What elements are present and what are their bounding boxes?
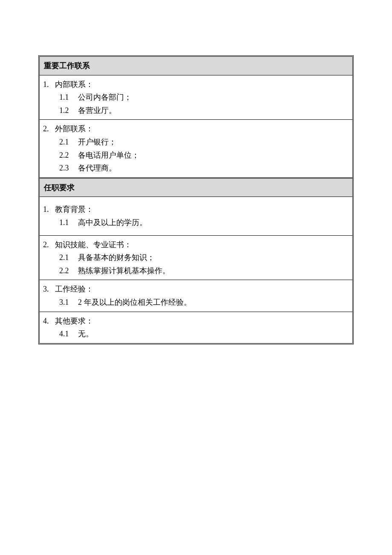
list-item: 4.其他要求： (43, 315, 349, 328)
list-subitem: 4.1无。 (43, 327, 349, 341)
section-title: 重要工作联系 (44, 61, 90, 70)
list-subitem: 2.2各电话用户单位； (43, 149, 349, 162)
list-item: 2.知识技能、专业证书： (43, 238, 349, 251)
subitem-text: 开户银行； (78, 138, 116, 146)
list-item: 2.外部联系： (43, 122, 349, 136)
contacts-item-2: 2.外部联系： 2.1开户银行； 2.2各电话用户单位； 2.3各代理商。 (40, 120, 352, 177)
subitem-number: 2.1 (59, 251, 78, 264)
list-subitem: 2.1具备基本的财务知识； (43, 251, 349, 264)
item-label: 教育背景： (55, 205, 93, 214)
list-subitem: 2.3各代理商。 (43, 162, 349, 175)
subitem-number: 1.1 (59, 91, 78, 104)
document-frame: 重要工作联系 1.内部联系： 1.1公司内各部门； 1.2各营业厅。 2.外部联… (38, 55, 354, 344)
subitem-text: 2 年及以上的岗位相关工作经验。 (78, 298, 191, 306)
subitem-text: 各电话用户单位； (78, 151, 139, 159)
list-subitem: 1.2各营业厅。 (43, 104, 349, 117)
list-subitem: 2.2熟练掌握计算机基本操作。 (43, 264, 349, 278)
item-number: 2. (43, 238, 55, 251)
requirements-item-1: 1.教育背景： 1.1高中及以上的学历。 (40, 197, 352, 235)
item-label: 内部联系： (55, 80, 93, 89)
item-number: 1. (43, 78, 55, 91)
subitem-number: 2.2 (59, 149, 78, 162)
item-number: 1. (43, 203, 55, 216)
subitem-text: 各代理商。 (78, 164, 116, 172)
subitem-text: 公司内各部门； (78, 93, 132, 101)
item-label: 知识技能、专业证书： (55, 240, 132, 249)
subitem-number: 2.3 (59, 162, 78, 175)
subitem-number: 4.1 (59, 327, 78, 341)
list-subitem: 1.1公司内各部门； (43, 91, 349, 104)
subitem-number: 3.1 (59, 296, 78, 309)
list-subitem: 3.12 年及以上的岗位相关工作经验。 (43, 296, 349, 309)
subitem-text: 各营业厅。 (78, 106, 116, 115)
item-label: 外部联系： (55, 124, 93, 133)
item-label: 工作经验： (55, 285, 93, 293)
requirements-item-4: 4.其他要求： 4.1无。 (40, 312, 352, 343)
list-subitem: 2.1开户银行； (43, 136, 349, 149)
section-header-contacts: 重要工作联系 (40, 57, 352, 75)
subitem-number: 1.1 (59, 216, 78, 229)
item-number: 4. (43, 315, 55, 328)
section-title: 任职要求 (44, 183, 75, 192)
list-item: 3.工作经验： (43, 283, 349, 296)
subitem-number: 2.1 (59, 136, 78, 149)
item-number: 2. (43, 122, 55, 136)
list-subitem: 1.1高中及以上的学历。 (43, 216, 349, 229)
subitem-number: 1.2 (59, 104, 78, 117)
section-header-requirements: 任职要求 (40, 177, 352, 197)
subitem-text: 具备基本的财务知识； (78, 253, 155, 262)
item-number: 3. (43, 283, 55, 296)
subitem-text: 无。 (78, 330, 93, 338)
contacts-item-1: 1.内部联系： 1.1公司内各部门； 1.2各营业厅。 (40, 75, 352, 120)
requirements-item-3: 3.工作经验： 3.12 年及以上的岗位相关工作经验。 (40, 280, 352, 311)
item-label: 其他要求： (55, 317, 93, 325)
spacer (43, 199, 349, 203)
list-item: 1.教育背景： (43, 203, 349, 216)
subitem-text: 高中及以上的学历。 (78, 218, 147, 227)
subitem-text: 熟练掌握计算机基本操作。 (78, 266, 170, 275)
subitem-number: 2.2 (59, 264, 78, 278)
requirements-item-2: 2.知识技能、专业证书： 2.1具备基本的财务知识； 2.2熟练掌握计算机基本操… (40, 236, 352, 280)
spacer (43, 229, 349, 233)
list-item: 1.内部联系： (43, 78, 349, 91)
